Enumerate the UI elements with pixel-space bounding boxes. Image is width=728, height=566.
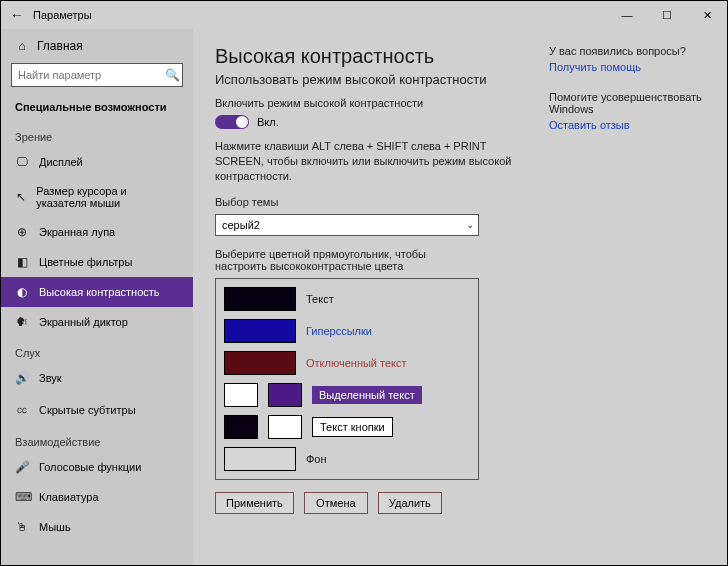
window-title: Параметры <box>33 9 607 21</box>
theme-select[interactable]: серый2 ⌄ <box>215 214 479 236</box>
sidebar-item-label: Размер курсора и указателя мыши <box>36 185 179 209</box>
color-swatch[interactable] <box>224 383 258 407</box>
home-link[interactable]: ⌂ Главная <box>1 35 193 59</box>
page-title: Высокая контрастность <box>215 45 539 68</box>
narrator-icon: 🗣 <box>15 315 29 329</box>
display-icon: 🖵 <box>15 155 29 169</box>
sidebar-item-label: Звук <box>39 372 62 384</box>
sidebar-item[interactable]: ㏄Скрытые субтитры <box>1 393 193 426</box>
page-subtitle: Использовать режим высокой контрастности <box>215 72 539 87</box>
sidebar-item-label: Цветные фильтры <box>39 256 132 268</box>
cc-icon: ㏄ <box>15 401 29 418</box>
sidebar-item-label: Скрытые субтитры <box>39 404 136 416</box>
color-row-label: Текст кнопки <box>312 417 393 437</box>
sidebar-item[interactable]: 🎤Голосовые функции <box>1 452 193 482</box>
titlebar: ← Параметры — ☐ ✕ <box>1 1 727 29</box>
magnifier-icon: ⊕ <box>15 225 29 239</box>
theme-label: Выбор темы <box>215 196 539 208</box>
sidebar-item-label: Экранная лупа <box>39 226 115 238</box>
color-row: Фон <box>224 447 470 471</box>
color-row: Отключенный текст <box>224 351 470 375</box>
color-panel: ТекстГиперссылкиОтключенный текстВыделен… <box>215 278 479 480</box>
contrast-icon: ◐ <box>15 285 29 299</box>
main-panel: Высокая контрастность Использовать режим… <box>215 45 539 555</box>
sidebar: ⌂ Главная 🔍 Специальные возможности Зрен… <box>1 29 193 565</box>
sidebar-item[interactable]: ↖Размер курсора и указателя мыши <box>1 177 193 217</box>
speech-icon: 🎤 <box>15 460 29 474</box>
apply-button[interactable]: Применить <box>215 492 294 514</box>
color-swatch[interactable] <box>224 319 296 343</box>
feedback-link[interactable]: Оставить отзыв <box>549 119 709 131</box>
sidebar-item-label: Мышь <box>39 521 71 533</box>
mouse-icon: 🖱 <box>15 520 29 534</box>
search-input[interactable]: 🔍 <box>11 63 183 87</box>
sidebar-item-label: Голосовые функции <box>39 461 141 473</box>
section-title: Специальные возможности <box>1 97 193 121</box>
minimize-button[interactable]: — <box>607 1 647 29</box>
sidebar-item[interactable]: ◐Высокая контрастность <box>1 277 193 307</box>
chevron-down-icon: ⌄ <box>466 219 474 230</box>
sidebar-item[interactable]: 🗣Экранный диктор <box>1 307 193 337</box>
delete-button[interactable]: Удалить <box>378 492 442 514</box>
home-label: Главная <box>37 39 83 53</box>
close-button[interactable]: ✕ <box>687 1 727 29</box>
sidebar-group-label: Зрение <box>1 121 193 147</box>
toggle-state: Вкл. <box>257 116 279 128</box>
sidebar-group-label: Взаимодействие <box>1 426 193 452</box>
feedback-question: Помогите усовершенствовать Windows <box>549 91 709 115</box>
color-row: Выделенный текст <box>224 383 470 407</box>
color-swatch[interactable] <box>224 287 296 311</box>
home-icon: ⌂ <box>15 39 29 53</box>
color-row: Текст кнопки <box>224 415 470 439</box>
keyboard-icon: ⌨ <box>15 490 29 504</box>
color-swatch[interactable] <box>224 415 258 439</box>
sound-icon: 🔊 <box>15 371 29 385</box>
color-row-label: Гиперссылки <box>306 325 372 337</box>
sidebar-item[interactable]: 🔊Звук <box>1 363 193 393</box>
color-row-label: Фон <box>306 453 327 465</box>
color-swatch[interactable] <box>268 415 302 439</box>
sidebar-item[interactable]: 🖱Мышь <box>1 512 193 542</box>
shortcut-hint: Нажмите клавиши ALT слева + SHIFT слева … <box>215 139 525 184</box>
color-filters-icon: ◧ <box>15 255 29 269</box>
sidebar-item-label: Экранный диктор <box>39 316 128 328</box>
cancel-button[interactable]: Отмена <box>304 492 368 514</box>
high-contrast-toggle[interactable]: Вкл. <box>215 115 279 129</box>
color-swatch[interactable] <box>224 351 296 375</box>
get-help-link[interactable]: Получить помощь <box>549 61 709 73</box>
settings-window: ← Параметры — ☐ ✕ ⌂ Главная 🔍 Специальны… <box>0 0 728 566</box>
search-icon: 🔍 <box>162 68 182 82</box>
sidebar-group-label: Слух <box>1 337 193 363</box>
sidebar-item[interactable]: ◧Цветные фильтры <box>1 247 193 277</box>
color-row: Гиперссылки <box>224 319 470 343</box>
sidebar-item[interactable]: 🖵Дисплей <box>1 147 193 177</box>
maximize-button[interactable]: ☐ <box>647 1 687 29</box>
sidebar-item[interactable]: ⌨Клавиатура <box>1 482 193 512</box>
aside: У вас появились вопросы? Получить помощь… <box>539 45 709 555</box>
color-row-label: Отключенный текст <box>306 357 407 369</box>
theme-selected: серый2 <box>222 219 260 231</box>
window-body: ⌂ Главная 🔍 Специальные возможности Зрен… <box>1 29 727 565</box>
help-question: У вас появились вопросы? <box>549 45 709 57</box>
color-row-label: Текст <box>306 293 334 305</box>
sidebar-item-label: Высокая контрастность <box>39 286 160 298</box>
search-field[interactable] <box>12 69 162 81</box>
color-swatch[interactable] <box>268 383 302 407</box>
panel-label: Выберите цветной прямоугольник, чтобы на… <box>215 248 479 272</box>
content: Высокая контрастность Использовать режим… <box>193 29 727 565</box>
toggle-label: Включить режим высокой контрастности <box>215 97 539 109</box>
sidebar-item-label: Дисплей <box>39 156 83 168</box>
color-swatch[interactable] <box>224 447 296 471</box>
sidebar-item[interactable]: ⊕Экранная лупа <box>1 217 193 247</box>
toggle-switch-icon <box>215 115 249 129</box>
color-row-label: Выделенный текст <box>312 386 422 404</box>
color-row: Текст <box>224 287 470 311</box>
cursor-icon: ↖ <box>15 190 26 204</box>
sidebar-item-label: Клавиатура <box>39 491 99 503</box>
back-button[interactable]: ← <box>1 7 33 23</box>
